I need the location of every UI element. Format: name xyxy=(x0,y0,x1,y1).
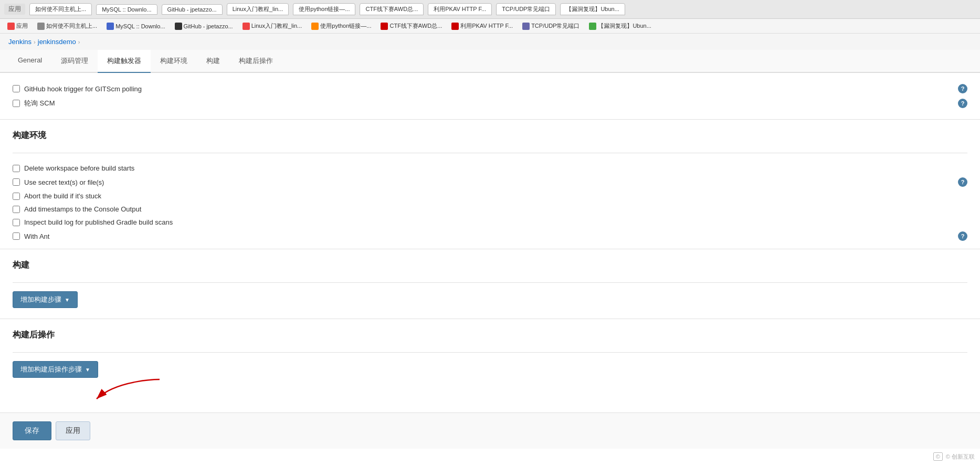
tab-source-mgmt[interactable]: 源码管理 xyxy=(51,50,98,73)
bookmark-5[interactable]: 使用python链接—... xyxy=(308,21,374,31)
env-checkbox-3[interactable] xyxy=(13,206,20,213)
breadcrumb-sep-2: › xyxy=(78,39,80,45)
bookmark-icon-1 xyxy=(37,23,45,30)
bookmark-icon-0 xyxy=(7,23,15,30)
bookmark-icon-3 xyxy=(175,23,182,30)
red-arrow-icon xyxy=(76,377,170,406)
bookmark-icon-4 xyxy=(243,23,250,30)
action-bar: 保存 应用 xyxy=(0,412,980,449)
build-divider xyxy=(13,282,967,283)
tab-build-trigger[interactable]: 构建触发器 xyxy=(98,50,151,73)
browser-tab-6[interactable]: 利用PKAV HTTP F... xyxy=(428,3,492,15)
tab-build[interactable]: 构建 xyxy=(197,50,229,73)
bookmark-3[interactable]: GitHub - jpetazzo... xyxy=(172,22,236,31)
browser-tabs-bar: 应用 如何使不同主机上... MySQL :: Downlo... GitHub… xyxy=(0,0,980,19)
env-checkbox-4[interactable] xyxy=(13,219,20,226)
breadcrumb: Jenkins › jenkinsdemo › xyxy=(0,34,980,50)
config-panel: General 源码管理 构建触发器 构建环境 构建 构建后操作 GitHub … xyxy=(0,50,980,466)
add-build-step-label: 增加构建步骤 xyxy=(20,295,61,304)
trigger-label-0: GitHub hook trigger for GITScm polling xyxy=(24,85,958,93)
build-env-title: 构建环境 xyxy=(13,130,967,144)
env-checkbox-row-1: Use secret text(s) or file(s) ? xyxy=(13,175,967,189)
bookmark-2[interactable]: MySQL :: Downlo... xyxy=(103,22,168,31)
browser-tab-8[interactable]: 【漏洞复现】Ubun... xyxy=(560,3,625,15)
build-step-caret-icon: ▼ xyxy=(65,297,70,303)
trigger-checkbox-1[interactable] xyxy=(13,100,20,107)
bookmark-8[interactable]: TCP/UDP常见端口 xyxy=(519,21,583,31)
env-label-3: Add timestamps to the Console Output xyxy=(24,205,967,213)
env-help-icon-5[interactable]: ? xyxy=(958,231,967,241)
build-title: 构建 xyxy=(13,260,967,274)
env-divider xyxy=(13,153,967,153)
env-label-2: Abort the build if it's stuck xyxy=(24,192,967,200)
trigger-help-icon-1[interactable]: ? xyxy=(958,99,967,108)
env-help-icon-1[interactable]: ? xyxy=(958,177,967,187)
post-divider xyxy=(13,352,967,353)
browser-tab-1[interactable]: MySQL :: Downlo... xyxy=(96,4,157,15)
apply-button[interactable]: 应用 xyxy=(56,421,90,440)
browser-tab-2[interactable]: GitHub - jpetazzo... xyxy=(162,4,223,15)
watermark: © © 创新互联 xyxy=(933,453,975,461)
env-checkbox-row-2: Abort the build if it's stuck xyxy=(13,189,967,203)
browser-tab-3[interactable]: Linux入门教程_lin... xyxy=(227,3,289,15)
env-label-0: Delete workspace before build starts xyxy=(24,164,967,172)
trigger-label-1: 轮询 SCM xyxy=(24,99,958,108)
breadcrumb-item-jenkinsdemo[interactable]: jenkinsdemo xyxy=(38,38,76,46)
env-checkbox-0[interactable] xyxy=(13,165,20,172)
bookmark-icon-8 xyxy=(522,23,530,30)
trigger-help-icon-0[interactable]: ? xyxy=(958,84,967,93)
browser-tab-5[interactable]: CTF线下赛AWD总... xyxy=(360,3,424,15)
browser-app-tab[interactable]: 应用 xyxy=(4,4,25,15)
env-label-1: Use secret text(s) or file(s) xyxy=(24,178,958,186)
bookmark-icon-6 xyxy=(381,23,388,30)
env-checkbox-row-5: With Ant ? xyxy=(13,229,967,243)
env-checkbox-2[interactable] xyxy=(13,193,20,200)
breadcrumb-item-jenkins[interactable]: Jenkins xyxy=(8,38,31,46)
browser-tab-7[interactable]: TCP/UDP常见端口 xyxy=(496,3,556,15)
browser-tab-4[interactable]: 使用python链接—... xyxy=(293,3,355,15)
post-build-title: 构建后操作 xyxy=(13,330,967,344)
env-label-5: With Ant xyxy=(24,232,958,240)
browser-tab-0[interactable]: 如何使不同主机上... xyxy=(29,3,92,15)
bookmark-7[interactable]: 利用PKAV HTTP F... xyxy=(448,21,516,31)
env-checkbox-5[interactable] xyxy=(13,232,20,240)
trigger-checkbox-row-0: GitHub hook trigger for GITScm polling ? xyxy=(13,81,967,96)
build-section: 构建 增加构建步骤 ▼ xyxy=(0,249,980,319)
bookmark-9[interactable]: 【漏洞复现】Ubun... xyxy=(586,21,654,31)
bookmark-4[interactable]: Linux入门教程_lin... xyxy=(239,21,305,31)
trigger-checkbox-0[interactable] xyxy=(13,85,20,92)
tab-build-env[interactable]: 构建环境 xyxy=(151,50,197,73)
add-build-step-button[interactable]: 增加构建步骤 ▼ xyxy=(13,291,78,308)
tabs-bar: General 源码管理 构建触发器 构建环境 构建 构建后操作 xyxy=(0,50,980,73)
trigger-checkbox-row-1: 轮询 SCM ? xyxy=(13,96,967,111)
env-checkbox-1[interactable] xyxy=(13,178,20,186)
tab-general[interactable]: General xyxy=(8,50,51,73)
env-checkbox-row-3: Add timestamps to the Console Output xyxy=(13,203,967,216)
bookmarks-bar: 应用 如何使不同主机上... MySQL :: Downlo... GitHub… xyxy=(0,19,980,34)
add-post-build-label: 增加构建后操作步骤 xyxy=(20,365,82,374)
main-content: General 源码管理 构建触发器 构建环境 构建 构建后操作 GitHub … xyxy=(0,50,980,466)
tab-post-build[interactable]: 构建后操作 xyxy=(229,50,282,73)
env-checkbox-row-4: Inspect build log for published Gradle b… xyxy=(13,216,967,229)
bookmark-6[interactable]: CTF线下赛AWD总... xyxy=(377,21,445,31)
bookmark-1[interactable]: 如何使不同主机上... xyxy=(34,21,100,31)
add-post-build-button[interactable]: 增加构建后操作步骤 ▼ xyxy=(13,361,98,378)
env-checkbox-row-0: Delete workspace before build starts xyxy=(13,162,967,175)
bookmark-icon-5 xyxy=(311,23,319,30)
breadcrumb-sep: › xyxy=(34,39,36,45)
build-env-section: 构建环境 Delete workspace before build start… xyxy=(0,120,980,249)
save-button[interactable]: 保存 xyxy=(13,421,51,440)
bookmark-icon-9 xyxy=(589,23,596,30)
arrow-annotation: 增加构建后操作步骤 ▼ xyxy=(13,361,967,398)
bookmark-0[interactable]: 应用 xyxy=(4,21,31,31)
watermark-icon: © xyxy=(933,452,943,461)
env-label-4: Inspect build log for published Gradle b… xyxy=(24,218,967,226)
bookmark-icon-2 xyxy=(107,23,114,30)
trigger-section: GitHub hook trigger for GITScm polling ?… xyxy=(0,73,980,120)
post-build-section: 构建后操作 增加构建后操作步骤 ▼ xyxy=(0,319,980,412)
bookmark-icon-7 xyxy=(451,23,459,30)
post-build-caret-icon: ▼ xyxy=(85,367,90,373)
